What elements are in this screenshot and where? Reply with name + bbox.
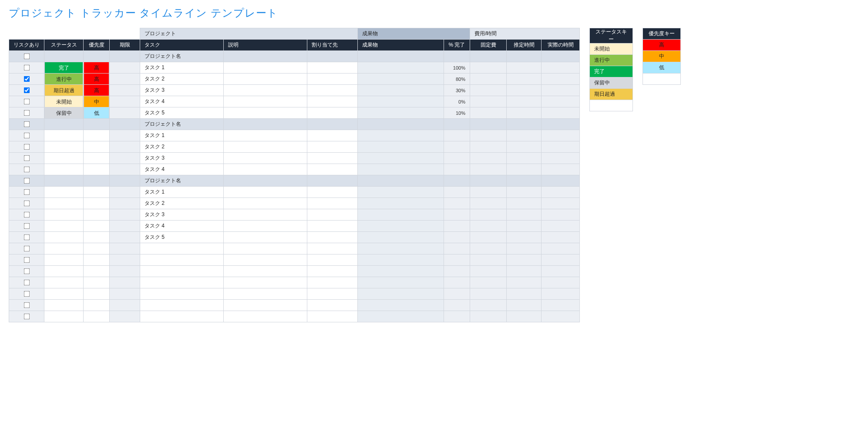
actual-hours-cell[interactable] <box>542 266 580 277</box>
assignee-cell[interactable] <box>307 85 358 96</box>
task-cell[interactable]: タスク 3 <box>140 153 224 164</box>
due-cell[interactable] <box>110 311 140 322</box>
assignee-cell[interactable] <box>307 266 358 277</box>
risk-checkbox[interactable] <box>24 280 30 286</box>
task-cell[interactable]: タスク 3 <box>140 209 224 221</box>
deliverable-cell[interactable] <box>358 187 444 198</box>
fixed-cost-cell[interactable] <box>470 130 507 141</box>
description-cell[interactable] <box>224 85 307 96</box>
percent-complete-cell[interactable] <box>444 164 470 175</box>
description-cell[interactable] <box>224 232 307 243</box>
assignee-cell[interactable] <box>307 96 358 107</box>
actual-hours-cell[interactable] <box>542 107 580 119</box>
fixed-cost-cell[interactable] <box>470 51 507 62</box>
deliverable-cell[interactable] <box>358 107 444 119</box>
deliverable-cell[interactable] <box>358 198 444 209</box>
deliverable-cell[interactable] <box>358 221 444 232</box>
task-cell[interactable]: プロジェクト名 <box>140 175 224 187</box>
estimated-hours-cell[interactable] <box>507 51 542 62</box>
task-cell[interactable]: タスク 2 <box>140 198 224 209</box>
percent-complete-cell[interactable] <box>444 119 470 130</box>
due-cell[interactable] <box>110 107 140 119</box>
assignee-cell[interactable] <box>307 254 358 266</box>
percent-complete-cell[interactable] <box>444 254 470 266</box>
fixed-cost-cell[interactable] <box>470 85 507 96</box>
due-cell[interactable] <box>110 85 140 96</box>
actual-hours-cell[interactable] <box>542 209 580 221</box>
fixed-cost-cell[interactable] <box>470 266 507 277</box>
assignee-cell[interactable] <box>307 74 358 85</box>
actual-hours-cell[interactable] <box>542 187 580 198</box>
risk-checkbox[interactable] <box>24 212 30 218</box>
actual-hours-cell[interactable] <box>542 232 580 243</box>
due-cell[interactable] <box>110 141 140 153</box>
percent-complete-cell[interactable] <box>444 288 470 300</box>
task-cell[interactable]: タスク 2 <box>140 141 224 153</box>
assignee-cell[interactable] <box>307 277 358 288</box>
estimated-hours-cell[interactable] <box>507 243 542 254</box>
actual-hours-cell[interactable] <box>542 153 580 164</box>
task-cell[interactable] <box>140 254 224 266</box>
status-pill[interactable]: 進行中 <box>44 74 83 85</box>
risk-checkbox[interactable] <box>24 121 30 127</box>
actual-hours-cell[interactable] <box>542 96 580 107</box>
percent-complete-cell[interactable]: 30% <box>444 85 470 96</box>
description-cell[interactable] <box>224 141 307 153</box>
description-cell[interactable] <box>224 164 307 175</box>
due-cell[interactable] <box>110 164 140 175</box>
description-cell[interactable] <box>224 266 307 277</box>
description-cell[interactable] <box>224 198 307 209</box>
description-cell[interactable] <box>224 187 307 198</box>
task-cell[interactable]: タスク 4 <box>140 221 224 232</box>
deliverable-cell[interactable] <box>358 288 444 300</box>
fixed-cost-cell[interactable] <box>470 209 507 221</box>
deliverable-cell[interactable] <box>358 153 444 164</box>
description-cell[interactable] <box>224 288 307 300</box>
percent-complete-cell[interactable]: 80% <box>444 74 470 85</box>
task-cell[interactable] <box>140 288 224 300</box>
assignee-cell[interactable] <box>307 141 358 153</box>
risk-checkbox[interactable] <box>24 178 30 184</box>
due-cell[interactable] <box>110 266 140 277</box>
risk-checkbox[interactable] <box>24 201 30 207</box>
description-cell[interactable] <box>224 96 307 107</box>
deliverable-cell[interactable] <box>358 243 444 254</box>
percent-complete-cell[interactable] <box>444 311 470 322</box>
estimated-hours-cell[interactable] <box>507 130 542 141</box>
fixed-cost-cell[interactable] <box>470 74 507 85</box>
risk-checkbox[interactable] <box>24 314 30 320</box>
deliverable-cell[interactable] <box>358 232 444 243</box>
risk-checkbox[interactable] <box>24 189 30 195</box>
fixed-cost-cell[interactable] <box>470 153 507 164</box>
due-cell[interactable] <box>110 130 140 141</box>
description-cell[interactable] <box>224 153 307 164</box>
percent-complete-cell[interactable] <box>444 51 470 62</box>
task-cell[interactable]: タスク 5 <box>140 107 224 119</box>
estimated-hours-cell[interactable] <box>507 164 542 175</box>
estimated-hours-cell[interactable] <box>507 288 542 300</box>
actual-hours-cell[interactable] <box>542 311 580 322</box>
estimated-hours-cell[interactable] <box>507 141 542 153</box>
assignee-cell[interactable] <box>307 209 358 221</box>
estimated-hours-cell[interactable] <box>507 277 542 288</box>
actual-hours-cell[interactable] <box>542 288 580 300</box>
deliverable-cell[interactable] <box>358 119 444 130</box>
task-cell[interactable] <box>140 266 224 277</box>
deliverable-cell[interactable] <box>358 85 444 96</box>
risk-checkbox[interactable] <box>24 291 30 297</box>
due-cell[interactable] <box>110 288 140 300</box>
percent-complete-cell[interactable] <box>444 209 470 221</box>
description-cell[interactable] <box>224 277 307 288</box>
actual-hours-cell[interactable] <box>542 51 580 62</box>
estimated-hours-cell[interactable] <box>507 221 542 232</box>
actual-hours-cell[interactable] <box>542 62 580 74</box>
risk-checkbox[interactable] <box>24 54 30 60</box>
description-cell[interactable] <box>224 51 307 62</box>
risk-checkbox[interactable] <box>24 87 30 94</box>
estimated-hours-cell[interactable] <box>507 266 542 277</box>
assignee-cell[interactable] <box>307 243 358 254</box>
fixed-cost-cell[interactable] <box>470 198 507 209</box>
fixed-cost-cell[interactable] <box>470 164 507 175</box>
estimated-hours-cell[interactable] <box>507 209 542 221</box>
task-cell[interactable]: タスク 4 <box>140 164 224 175</box>
